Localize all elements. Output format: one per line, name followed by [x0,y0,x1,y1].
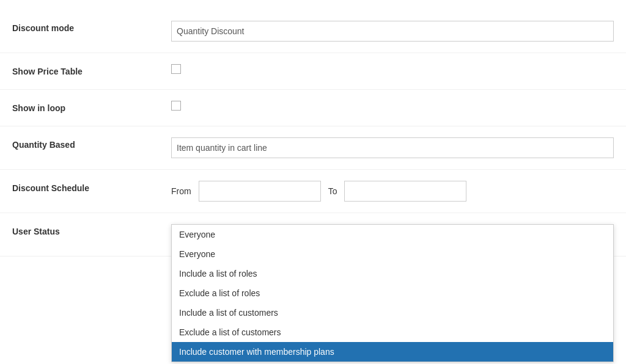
user-status-row: User Status Everyone Everyone Everyone I… [0,213,626,257]
schedule-group: From To [171,181,466,202]
to-label: To [328,186,337,196]
dropdown-item-exclude-roles[interactable]: Exclude a list of roles [172,283,613,303]
show-in-loop-control [171,101,614,111]
discount-schedule-control: From To [171,181,614,202]
show-price-table-label: Show Price Table [12,64,171,76]
discount-mode-row: Discount mode Quantity Discount Simple D… [0,10,626,53]
show-price-table-control [171,64,614,74]
user-status-dropdown-container: Everyone Everyone Everyone Include a lis… [171,224,614,245]
to-input[interactable] [344,181,466,202]
from-label: From [171,186,191,196]
discount-schedule-label: Discount Schedule [12,181,171,193]
quantity-based-row: Quantity Based Item quantity in cart lin… [0,126,626,170]
discount-mode-select[interactable]: Quantity Discount Simple Discount [171,21,614,42]
user-status-label: User Status [12,224,171,236]
quantity-based-label: Quantity Based [12,137,171,150]
show-price-table-row: Show Price Table [0,53,626,90]
discount-schedule-row: Discount Schedule From To [0,170,626,213]
quantity-based-select[interactable]: Item quantity in cart line Cart total qu… [171,137,614,158]
user-status-control: Everyone Everyone Everyone Include a lis… [171,224,614,245]
settings-form: Discount mode Quantity Discount Simple D… [0,0,626,364]
dropdown-item-include-roles[interactable]: Include a list of roles [172,264,613,283]
dropdown-item-everyone-1[interactable]: Everyone [172,225,613,244]
dropdown-item-exclude-customers[interactable]: Exclude a list of customers [172,322,613,342]
discount-mode-label: Discount mode [12,21,171,33]
show-in-loop-label: Show in loop [12,101,171,113]
show-in-loop-checkbox[interactable] [171,101,181,111]
quantity-based-control: Item quantity in cart line Cart total qu… [171,137,614,158]
dropdown-item-include-customers[interactable]: Include a list of customers [172,303,613,322]
show-in-loop-row: Show in loop [0,90,626,126]
show-price-table-checkbox[interactable] [171,64,181,74]
discount-mode-control: Quantity Discount Simple Discount [171,21,614,42]
user-status-dropdown-list: Everyone Everyone Include a list of role… [171,224,614,362]
from-input[interactable] [199,181,321,202]
dropdown-item-everyone-2[interactable]: Everyone [172,244,613,264]
dropdown-item-membership-plans[interactable]: Include customer with membership plans [172,342,613,362]
